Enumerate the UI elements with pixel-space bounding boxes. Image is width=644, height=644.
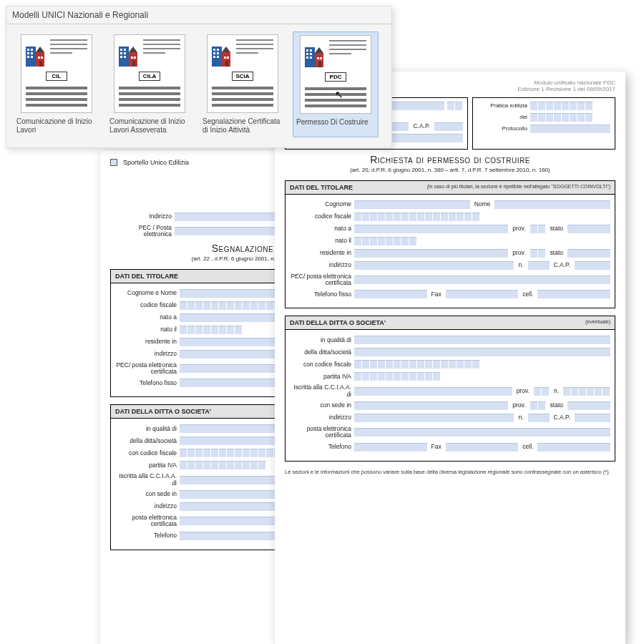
doc-subtitle: (art. 20, d.P.R. 6 giugno 2001, n. 380 –… — [285, 167, 615, 173]
svg-rect-38 — [310, 49, 312, 52]
svg-marker-32 — [222, 47, 230, 52]
svg-rect-9 — [38, 57, 40, 59]
svg-rect-4 — [31, 52, 33, 54]
svg-rect-13 — [120, 49, 122, 51]
model-caption: Comunicazione di Inizio Lavori — [16, 117, 97, 135]
svg-rect-29 — [213, 56, 215, 58]
thumb-code: CILA — [139, 72, 160, 81]
svg-rect-47 — [318, 62, 321, 67]
building-icon — [119, 39, 140, 67]
svg-rect-10 — [41, 57, 43, 59]
svg-rect-22 — [134, 57, 136, 59]
section-title: DATI DELLA DITTA O SOCIETA' — [290, 319, 386, 326]
thumb-code: SCIA — [232, 72, 253, 81]
section-hint: (in caso di più titolari, la sezione è r… — [427, 184, 610, 191]
model-thumb: CIL — [21, 34, 92, 113]
label-pec: PEC / Posta elettronica — [110, 225, 172, 238]
svg-rect-25 — [213, 49, 215, 51]
svg-rect-37 — [306, 49, 308, 52]
svg-rect-1 — [27, 49, 29, 51]
model-item-scia[interactable]: SCIA Segnalazione Certificata di Inizio … — [200, 31, 286, 137]
header-right-box: Pratica edilizia del Protocollo — [472, 97, 615, 150]
svg-rect-35 — [225, 61, 228, 67]
section-title: DATI DEL TITOLARE — [290, 184, 353, 191]
section-title: DATI DELLA DITTA O SOCIETA' — [115, 408, 211, 415]
building-icon — [212, 39, 233, 67]
svg-rect-46 — [320, 57, 322, 59]
svg-rect-28 — [217, 52, 219, 54]
svg-rect-34 — [227, 57, 229, 59]
section-titolare: DATI DEL TITOLARE (in caso di più titola… — [285, 180, 615, 309]
model-thumb: SCIA — [207, 34, 278, 113]
thumb-code: PDC — [325, 72, 346, 82]
svg-rect-16 — [124, 52, 126, 54]
svg-rect-2 — [31, 49, 33, 51]
svg-rect-14 — [124, 49, 126, 51]
section-title: DATI DEL TITOLARE — [115, 273, 178, 280]
model-thumb: CILA — [114, 34, 185, 113]
svg-rect-17 — [120, 56, 122, 58]
svg-rect-3 — [27, 52, 29, 54]
svg-marker-44 — [315, 47, 323, 53]
building-icon — [305, 40, 326, 67]
svg-rect-5 — [27, 56, 29, 58]
model-caption: Segnalazione Certificata di Inizio Attiv… — [203, 117, 283, 135]
model-item-pdc[interactable]: PDC ↖ Permesso Di Costruire — [293, 31, 379, 137]
svg-rect-26 — [217, 49, 219, 51]
svg-rect-42 — [310, 57, 312, 59]
svg-rect-6 — [31, 56, 33, 58]
model-thumb: PDC ↖ — [300, 35, 371, 114]
thumb-code: CIL — [46, 72, 67, 81]
doc-title: Richiesta di permesso di costruire — [285, 154, 615, 165]
model-row: CIL Comunicazione di Inizio Lavori CILA … — [6, 24, 391, 140]
svg-rect-15 — [120, 52, 122, 54]
svg-rect-40 — [310, 53, 312, 55]
document-pdc: Modulo unificato nazionale PDC Edizione … — [275, 72, 625, 644]
model-caption: Permesso Di Costruire — [296, 118, 375, 127]
svg-rect-39 — [306, 53, 308, 55]
svg-rect-27 — [213, 52, 215, 54]
panel-title: Modelli UNICI Nazionali e Regionali — [6, 6, 391, 24]
model-caption: Comunicazione di Inizio Lavori Asseverat… — [109, 117, 190, 135]
svg-rect-18 — [124, 56, 126, 58]
svg-rect-21 — [131, 57, 133, 59]
checkbox-icon — [110, 159, 117, 166]
footnote: Le sezioni e le informazioni che possono… — [285, 469, 615, 475]
chk-label: Sportello Unico Edilizia — [123, 159, 189, 166]
section-ditta: DATI DELLA DITTA O SOCIETA' (eventuale) … — [285, 316, 615, 461]
svg-marker-8 — [36, 47, 44, 52]
label-indirizzo: Indirizzo — [110, 213, 172, 220]
model-item-cil[interactable]: CIL Comunicazione di Inizio Lavori — [14, 31, 99, 137]
svg-rect-41 — [306, 57, 308, 59]
model-selector-panel: Modelli UNICI Nazionali e Regionali CIL … — [6, 6, 392, 148]
svg-rect-33 — [224, 57, 226, 59]
section-hint: (eventuale) — [585, 319, 610, 326]
svg-marker-20 — [129, 47, 137, 52]
svg-rect-23 — [132, 61, 135, 67]
building-icon — [26, 39, 47, 67]
svg-rect-30 — [217, 56, 219, 58]
svg-rect-45 — [317, 57, 319, 59]
model-item-cila[interactable]: CILA Comunicazione di Inizio Lavori Asse… — [107, 31, 192, 137]
svg-rect-11 — [39, 61, 42, 67]
